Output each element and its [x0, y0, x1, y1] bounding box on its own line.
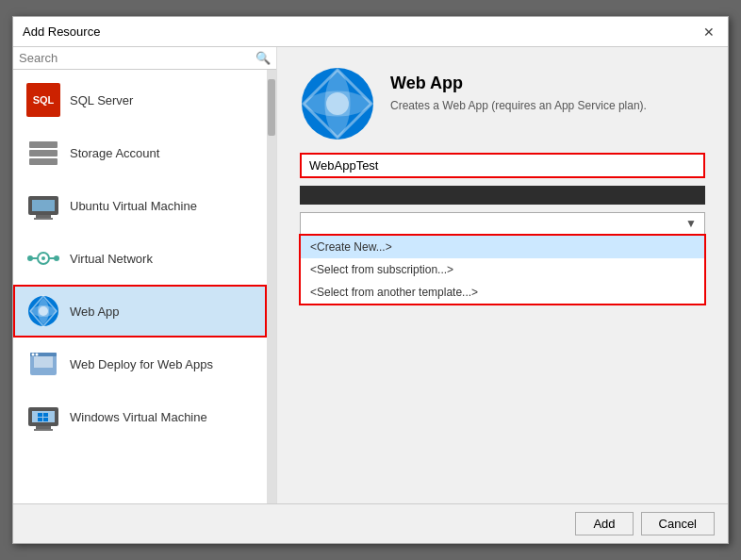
svg-rect-23 — [38, 418, 42, 421]
right-panel: Web App Creates a Web App (requires an A… — [277, 47, 728, 503]
list-item[interactable]: Ubuntu Virtual Machine — [13, 179, 267, 232]
form-section: ▼ <Create New...> <Select from subscript… — [300, 153, 705, 235]
svg-point-26 — [326, 92, 349, 115]
resource-name-input[interactable] — [302, 155, 703, 176]
dropdown-selected-value[interactable]: ▼ — [301, 213, 704, 234]
resource-label: SQL Server — [70, 93, 133, 107]
dropdown-option-subscription[interactable]: <Select from subscription...> — [301, 258, 704, 281]
content-area: 🔍 SQL SQL Server — [13, 47, 728, 503]
dark-bar — [300, 186, 705, 205]
svg-rect-3 — [34, 218, 53, 220]
title-bar: Add Resource ✕ — [13, 17, 728, 47]
svg-rect-19 — [36, 426, 51, 429]
vnet-icon — [26, 241, 60, 275]
storage-icon — [26, 136, 60, 170]
webapp-logo — [300, 66, 375, 141]
svg-rect-22 — [43, 413, 48, 417]
resource-description: Creates a Web App (requires an App Servi… — [390, 99, 647, 112]
dialog-title: Add Resource — [23, 25, 100, 39]
resource-list: SQL SQL Server Storage Account — [13, 70, 267, 503]
chevron-down-icon: ▼ — [685, 217, 697, 230]
svg-point-16 — [36, 354, 39, 356]
add-resource-dialog: Add Resource ✕ 🔍 SQL SQL Server — [12, 16, 729, 544]
dropdown-option-create[interactable]: <Create New...> — [301, 236, 704, 258]
name-input-wrapper — [300, 153, 705, 178]
list-item[interactable]: Storage Account — [13, 126, 267, 179]
resource-label: Virtual Network — [70, 252, 153, 266]
resource-header: Web App Creates a Web App (requires an A… — [300, 66, 705, 141]
resource-title: Web App — [390, 74, 647, 93]
search-input[interactable] — [19, 51, 252, 65]
svg-point-8 — [27, 255, 33, 261]
webapp-icon — [26, 294, 60, 328]
resource-label: Windows Virtual Machine — [70, 410, 207, 424]
svg-rect-1 — [32, 200, 55, 211]
resource-label: Storage Account — [70, 146, 159, 160]
svg-point-15 — [32, 354, 35, 356]
webdeploy-icon — [26, 347, 60, 381]
add-button[interactable]: Add — [575, 512, 633, 535]
svg-rect-20 — [34, 429, 53, 431]
resource-label: Ubuntu Virtual Machine — [70, 199, 197, 213]
close-button[interactable]: ✕ — [700, 23, 718, 41]
sql-icon: SQL — [26, 83, 60, 117]
svg-point-5 — [41, 256, 45, 260]
footer-bar: Add Cancel — [13, 503, 728, 543]
resource-label: Web Deploy for Web Apps — [70, 357, 213, 371]
search-icon: 🔍 — [255, 51, 271, 65]
dropdown-option-template[interactable]: <Select from another template...> — [301, 281, 704, 304]
list-item[interactable]: Virtual Network — [13, 232, 267, 285]
resource-label: Web App — [70, 305, 120, 319]
list-item[interactable]: SQL SQL Server — [13, 74, 267, 126]
ubuntu-icon — [26, 189, 60, 222]
resource-title-block: Web App Creates a Web App (requires an A… — [390, 66, 647, 112]
list-item-webapp[interactable]: Web App — [13, 285, 267, 338]
svg-rect-13 — [34, 356, 53, 368]
svg-point-9 — [54, 255, 59, 261]
svg-rect-24 — [43, 418, 48, 421]
scrollbar[interactable] — [267, 70, 276, 503]
dropdown-list: <Create New...> <Select from subscriptio… — [299, 234, 706, 305]
svg-rect-2 — [36, 215, 51, 218]
scroll-thumb[interactable] — [268, 79, 275, 136]
list-item[interactable]: Windows Virtual Machine — [13, 390, 267, 443]
list-item[interactable]: Web Deploy for Web Apps — [13, 338, 267, 390]
cancel-button[interactable]: Cancel — [641, 512, 715, 535]
left-panel: 🔍 SQL SQL Server — [13, 47, 277, 503]
winvm-icon — [26, 400, 60, 434]
search-box: 🔍 — [13, 47, 276, 70]
svg-rect-21 — [38, 413, 42, 417]
svg-point-11 — [39, 306, 48, 316]
service-plan-dropdown[interactable]: ▼ <Create New...> <Select from subscript… — [300, 212, 705, 235]
